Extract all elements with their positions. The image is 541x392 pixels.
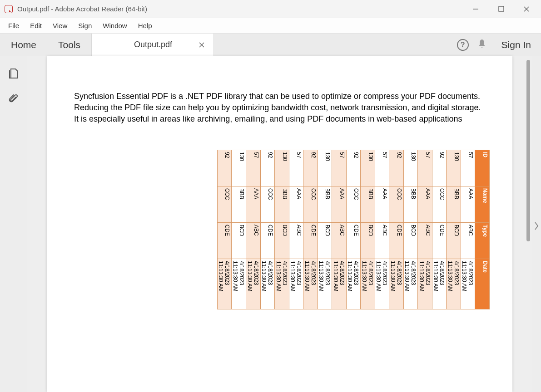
table-cell-type: ABC [375,223,389,259]
table-cell-name: CCC [389,186,403,223]
table-cell-name: BBB [404,186,418,223]
table-cell-id: 92 [347,150,361,186]
attachments-button[interactable] [7,93,20,105]
sign-in-button[interactable]: Sign In [491,34,541,56]
table-cell-id: 57 [246,150,260,186]
tab-home[interactable]: Home [0,34,47,56]
table-row: 92CCCCDE4/18/2023 11:13:30 AM [303,150,318,309]
menu-window[interactable]: Window [97,19,132,32]
scrollbar-track[interactable] [526,60,531,391]
document-tab[interactable]: Output.pdf [91,34,214,56]
table-cell-date: 4/18/2023 11:13:30 AM [404,259,418,309]
table-row: 130BBBBCD4/18/2023 11:13:30 AM [231,150,246,309]
table-cell-name: CCC [303,186,318,223]
table-cell-id: 92 [261,150,275,186]
table-cell-id: 130 [447,150,461,186]
maximize-button[interactable] [488,0,514,18]
table-row: 57AAAABC4/18/2023 11:13:30 AM [332,150,346,309]
pages-icon [8,68,20,79]
table-cell-type: ABC [332,223,346,259]
menu-help[interactable]: Help [133,19,158,32]
table-cell-date: 4/18/2023 11:13:30 AM [275,259,289,309]
table-cell-name: AAA [375,186,389,223]
table-cell-type: BCD [232,223,246,259]
table-row: 92CCCCDE4/18/2023 11:13:30 AM [260,150,275,309]
help-icon[interactable]: ? [457,39,469,51]
table-cell-type: CDE [389,223,403,259]
table-header-name: Name [475,186,489,223]
notifications-icon[interactable] [477,39,487,51]
table-cell-type: CDE [261,223,275,259]
table-row: 57AAAABC4/18/2023 11:13:30 AM [417,150,432,309]
table-cell-type: ABC [246,223,260,259]
paperclip-icon [8,93,20,105]
table-cell-id: 130 [404,150,418,186]
minimize-button[interactable] [463,0,488,18]
table-cell-type: BCD [361,223,375,259]
table-cell-type: BCD [404,223,418,259]
table-cell-id: 92 [303,150,318,186]
menu-sign[interactable]: Sign [73,19,97,32]
table-cell-type: CDE [432,223,447,259]
tab-tools[interactable]: Tools [47,34,91,56]
acrobat-app-icon [5,5,13,13]
close-button[interactable] [514,0,539,18]
table-cell-id: 130 [232,150,246,186]
table-cell-name: BBB [275,186,289,223]
tab-row: Home Tools Output.pdf ? Sign In [0,34,541,56]
table-cell-id: 57 [289,150,303,186]
table-cell-id: 57 [375,150,389,186]
table-row: 92CCCCDE4/18/2023 11:13:30 AM [218,150,232,309]
title-bar: Output.pdf - Adobe Acrobat Reader (64-bi… [0,0,541,18]
document-tab-close[interactable] [196,39,207,50]
table-cell-date: 4/18/2023 11:13:30 AM [318,259,332,309]
table-header-type: Type [475,223,489,259]
table-cell-date: 4/18/2023 11:13:30 AM [289,259,303,309]
table-row: 130BBBBCD4/18/2023 11:13:30 AM [403,150,418,309]
table-cell-date: 4/18/2023 11:13:30 AM [389,259,403,309]
table-cell-date: 4/18/2023 11:13:30 AM [232,259,246,309]
menu-file[interactable]: File [3,19,25,32]
table-cell-type: CDE [347,223,361,259]
table-cell-name: BBB [318,186,332,223]
table-cell-date: 4/18/2023 11:13:30 AM [246,259,260,309]
table-row: 130BBBBCD4/18/2023 11:13:30 AM [446,150,461,309]
window-title: Output.pdf - Adobe Acrobat Reader (64-bi… [17,5,147,13]
right-rail [532,56,541,392]
table-cell-date: 4/18/2023 11:13:30 AM [375,259,389,309]
table-cell-date: 4/18/2023 11:13:30 AM [361,259,375,309]
document-tab-title: Output.pdf [110,40,196,49]
table-row: 57AAAABC4/18/2023 11:13:30 AM [289,150,303,309]
table-cell-name: CCC [347,186,361,223]
table-cell-date: 4/18/2023 11:13:30 AM [261,259,275,309]
table-cell-name: AAA [461,186,475,223]
maximize-icon [498,6,504,12]
table-cell-date: 4/18/2023 11:13:30 AM [347,259,361,309]
table-row: 92CCCCDE4/18/2023 11:13:30 AM [432,150,447,309]
pdf-page: Syncfusion Essential PDF is a .NET PDF l… [47,56,512,392]
table-header-column: IDNameTypeDate [475,150,489,309]
table-cell-type: CDE [303,223,318,259]
table-cell-id: 92 [432,150,447,186]
table-cell-id: 130 [361,150,375,186]
table-cell-name: BBB [361,186,375,223]
page-thumbnails-button[interactable] [7,67,20,80]
table-cell-type: ABC [289,223,303,259]
table-row: 57AAAABC4/18/2023 11:13:30 AM [461,150,475,309]
table-cell-id: 92 [218,150,232,186]
table-cell-id: 130 [275,150,289,186]
table-row: 57AAAABC4/18/2023 11:13:30 AM [246,150,260,309]
table-cell-date: 4/18/2023 11:13:30 AM [418,259,432,309]
table-cell-name: BBB [447,186,461,223]
close-icon [199,42,204,48]
table-cell-name: AAA [418,186,432,223]
table-cell-type: ABC [418,223,432,259]
next-page-arrow[interactable] [533,220,540,232]
scrollbar-thumb[interactable] [526,60,530,241]
table-cell-type: CDE [218,223,232,259]
table-cell-name: AAA [246,186,260,223]
table-cell-name: CCC [218,186,232,223]
menu-edit[interactable]: Edit [25,19,47,32]
menu-view[interactable]: View [47,19,73,32]
table-cell-id: 57 [332,150,346,186]
